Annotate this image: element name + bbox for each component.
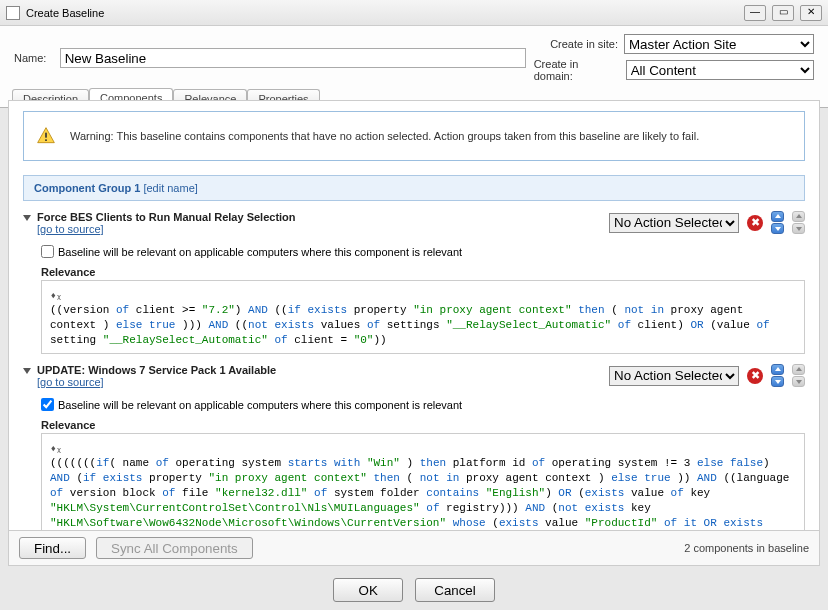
window-title: Create Baseline <box>26 7 104 19</box>
relevant-checkbox-label: Baseline will be relevant on applicable … <box>58 246 462 258</box>
component-title: Force BES Clients to Run Manual Relay Se… <box>37 211 296 223</box>
warning-text: Warning: This baseline contains componen… <box>70 130 699 142</box>
svg-rect-1 <box>45 139 47 141</box>
relevance-heading: Relevance <box>41 266 805 278</box>
move-down-icon[interactable] <box>771 376 784 387</box>
go-to-source-link[interactable]: [go to source] <box>37 223 296 235</box>
ok-button[interactable]: OK <box>333 578 403 602</box>
move-up-icon[interactable] <box>771 211 784 222</box>
minimize-button[interactable]: — <box>744 5 766 21</box>
site-select[interactable]: Master Action Site <box>624 34 814 54</box>
move-up-disabled-icon <box>792 211 805 222</box>
warning-box: Warning: This baseline contains componen… <box>23 111 805 161</box>
move-down-icon[interactable] <box>771 223 784 234</box>
close-button[interactable]: ✕ <box>800 5 822 21</box>
component-item: Force BES Clients to Run Manual Relay Se… <box>23 211 805 354</box>
relevant-checkbox[interactable] <box>41 398 54 411</box>
name-input[interactable] <box>60 48 526 68</box>
remove-component-icon[interactable]: ✖ <box>747 368 763 384</box>
site-label: Create in site: <box>550 38 618 50</box>
tab-body: Warning: This baseline contains componen… <box>8 100 820 566</box>
move-down-disabled-icon <box>792 223 805 234</box>
action-select[interactable]: No Action Selected <box>609 366 739 386</box>
component-item: UPDATE: Windows 7 Service Pack 1 Availab… <box>23 364 805 530</box>
component-group-header: Component Group 1 [edit name] <box>23 175 805 201</box>
remove-component-icon[interactable]: ✖ <box>747 215 763 231</box>
edit-group-name-link[interactable]: [edit name] <box>143 182 197 194</box>
warning-icon <box>36 126 56 146</box>
domain-label: Create in domain: <box>534 58 620 82</box>
window-icon <box>6 6 20 20</box>
sync-all-button: Sync All Components <box>96 537 253 559</box>
svg-rect-0 <box>45 133 47 138</box>
find-button[interactable]: Find... <box>19 537 86 559</box>
name-label: Name: <box>14 52 52 64</box>
window-titlebar: Create Baseline — ▭ ✕ <box>0 0 828 26</box>
relevant-checkbox[interactable] <box>41 245 54 258</box>
collapse-toggle-icon[interactable] <box>23 215 31 221</box>
go-to-source-link[interactable]: [go to source] <box>37 376 276 388</box>
relevant-checkbox-label: Baseline will be relevant on applicable … <box>58 399 462 411</box>
component-title: UPDATE: Windows 7 Service Pack 1 Availab… <box>37 364 276 376</box>
relevance-code: ⬧ᵪ((version of client >= "7.2") AND ((if… <box>41 280 805 354</box>
component-group-title: Component Group 1 <box>34 182 140 194</box>
component-scroll-area[interactable]: Warning: This baseline contains componen… <box>9 101 819 530</box>
collapse-toggle-icon[interactable] <box>23 368 31 374</box>
header-form: Name: Create in site: Master Action Site… <box>0 26 828 86</box>
component-count-status: 2 components in baseline <box>684 542 809 554</box>
move-up-disabled-icon <box>792 364 805 375</box>
maximize-button[interactable]: ▭ <box>772 5 794 21</box>
relevance-code: ⬧ᵪ(((((((if( name of operating system st… <box>41 433 805 530</box>
components-footer: Find... Sync All Components 2 components… <box>9 530 819 565</box>
domain-select[interactable]: All Content <box>626 60 814 80</box>
action-select[interactable]: No Action Selected <box>609 213 739 233</box>
move-up-icon[interactable] <box>771 364 784 375</box>
move-down-disabled-icon <box>792 376 805 387</box>
dialog-buttons: OK Cancel <box>0 578 828 602</box>
relevance-heading: Relevance <box>41 419 805 431</box>
cancel-button[interactable]: Cancel <box>415 578 495 602</box>
